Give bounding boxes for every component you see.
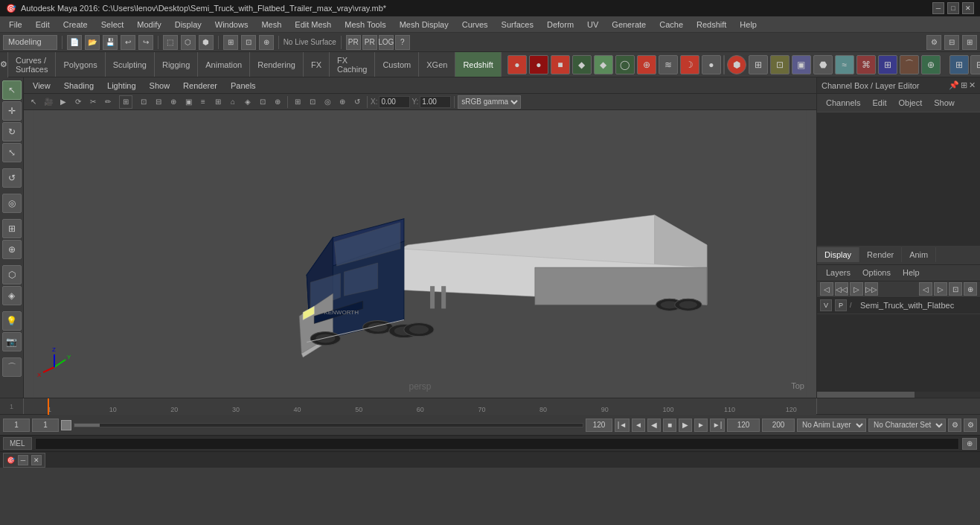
frame-slider[interactable] (74, 423, 583, 427)
shelf-icon-13[interactable]: ⊡ (770, 55, 790, 74)
menu-help[interactable]: Help (734, 19, 763, 31)
stop-btn[interactable]: ■ (663, 419, 676, 432)
vt-btn-3[interactable]: ▶ (57, 95, 70, 109)
shelf-icon-11[interactable]: ⬢ (727, 55, 746, 74)
multi-cut-btn[interactable]: ⊕ (2, 240, 22, 259)
rp-close-btn[interactable]: ✕ (969, 80, 976, 90)
shelf-icon-17[interactable]: ⌘ (856, 55, 876, 74)
vt-btn-22[interactable]: ↺ (350, 95, 364, 109)
vp-menu-renderer[interactable]: Renderer (177, 80, 223, 92)
tab-animation[interactable]: Animation (198, 52, 250, 77)
layer-opt3[interactable]: ⊡ (949, 282, 962, 296)
title-bar-controls[interactable]: ─ □ ✕ (932, 2, 974, 14)
vt-btn-15[interactable]: ◈ (241, 95, 254, 109)
vt-btn-11[interactable]: ▣ (182, 95, 195, 109)
start-frame-input[interactable]: 1 (3, 419, 30, 432)
redo-btn[interactable]: ↪ (138, 35, 153, 50)
shelf-icon-3[interactable]: ■ (551, 55, 570, 74)
vt-btn-18[interactable]: ⊞ (291, 95, 304, 109)
tab-polygons[interactable]: Polygons (56, 52, 105, 77)
shelf-icon-5[interactable]: ◆ (594, 55, 613, 74)
vp-menu-panels[interactable]: Panels (225, 80, 262, 92)
shelf-icon-4[interactable]: ◆ (572, 55, 592, 74)
tab-rendering[interactable]: Rendering (250, 52, 304, 77)
tab-fx[interactable]: FX (304, 52, 330, 77)
vt-btn-13[interactable]: ⊞ (211, 95, 225, 109)
menu-select[interactable]: Select (95, 19, 130, 31)
close-button[interactable]: ✕ (962, 2, 974, 14)
log-btn[interactable]: LOG (379, 35, 394, 50)
character-set-select[interactable]: No Character Set (868, 419, 946, 432)
ipr-btn[interactable]: PR (362, 35, 377, 50)
undo-btn[interactable]: ↩ (121, 35, 135, 50)
snap-curve[interactable]: ⊡ (241, 35, 256, 50)
vp-menu-lighting[interactable]: Lighting (101, 80, 142, 92)
shelf-icon-19[interactable]: ⌒ (900, 55, 919, 74)
shelf-icon-7[interactable]: ⊕ (637, 55, 656, 74)
menu-edit-mesh[interactable]: Edit Mesh (289, 19, 337, 31)
shelf-icon-8[interactable]: ≋ (659, 55, 678, 74)
mel-exec-btn[interactable]: ⊕ (962, 438, 977, 450)
vt-btn-19[interactable]: ⊡ (306, 95, 319, 109)
menu-windows[interactable]: Windows (209, 19, 254, 31)
options-tab[interactable]: Options (858, 267, 895, 279)
help-btn[interactable]: ? (395, 35, 410, 50)
soft-sel-btn[interactable]: ◎ (2, 194, 22, 213)
mini-close-btn[interactable]: ✕ (31, 455, 42, 465)
coord-y-input[interactable] (420, 96, 451, 108)
vt-btn-1[interactable]: ↖ (27, 95, 40, 109)
shelf-settings[interactable]: ⚙ (0, 52, 8, 77)
select-tool-btn[interactable]: ↖ (2, 80, 22, 100)
ch-object[interactable]: Object (894, 97, 926, 109)
shelf-icon-r1[interactable]: ⊞ (949, 55, 969, 74)
shelf-icon-12[interactable]: ⊞ (749, 55, 768, 74)
vt-btn-14[interactable]: ⌂ (226, 95, 240, 109)
menu-mesh-display[interactable]: Mesh Display (394, 19, 455, 31)
menu-edit[interactable]: Edit (30, 19, 56, 31)
menu-modify[interactable]: Modify (131, 19, 167, 31)
playback-end-input[interactable]: 120 (727, 419, 760, 432)
ch-edit[interactable]: Edit (868, 97, 891, 109)
shelf-icon-18[interactable]: ⊞ (878, 55, 897, 74)
shelf-icon-20[interactable]: ⊕ (921, 55, 941, 74)
scale-tool-btn[interactable]: ⤡ (2, 143, 22, 162)
shelf-icon-1[interactable]: ● (507, 55, 527, 74)
layer-v-btn[interactable]: V (820, 299, 832, 311)
maximize-button[interactable]: □ (947, 2, 959, 14)
prev-frame-btn[interactable]: ◄ (632, 419, 645, 432)
menu-curves[interactable]: Curves (456, 19, 494, 31)
rp-tab-render[interactable]: Render (859, 247, 902, 262)
tab-custom[interactable]: Custom (375, 52, 419, 77)
rp-pin-btn[interactable]: 📌 (949, 80, 959, 90)
layer-opt1[interactable]: ◁ (919, 282, 932, 296)
vt-btn-21[interactable]: ⊕ (336, 95, 349, 109)
go-start-btn[interactable]: |◄ (615, 419, 630, 432)
gamma-select[interactable]: sRGB gamma (458, 95, 521, 109)
end-frame-input[interactable]: 120 (586, 419, 612, 432)
current-frame-input[interactable]: 1 (32, 419, 59, 432)
new-scene-btn[interactable]: 📄 (67, 35, 82, 50)
menu-deform[interactable]: Deform (541, 19, 580, 31)
timeline-ruler[interactable]: 1 10 20 30 40 50 60 70 80 90 100 110 120 (48, 398, 816, 415)
menu-redshift[interactable]: Redshift (691, 19, 732, 31)
paint-btn[interactable]: ◈ (2, 286, 22, 305)
tab-sculpting[interactable]: Sculpting (106, 52, 155, 77)
layer-row-1[interactable]: V P / Semi_Truck_with_Flatbec (817, 298, 980, 314)
shelf-icon-10[interactable]: ● (702, 55, 721, 74)
layers-scroll-thumb[interactable] (817, 392, 915, 398)
mini-minimize-btn[interactable]: ─ (18, 455, 28, 465)
vt-btn-8[interactable]: ⊡ (137, 95, 150, 109)
tab-rigging[interactable]: Rigging (155, 52, 198, 77)
shelf-icon-r2[interactable]: ⊟ (970, 55, 980, 74)
vt-btn-2[interactable]: 🎥 (42, 95, 55, 109)
mel-input[interactable] (35, 438, 959, 450)
vt-btn-17[interactable]: ⊕ (271, 95, 284, 109)
vp-menu-show[interactable]: Show (144, 80, 176, 92)
viewport-canvas[interactable]: KENWORTH persp Y X Z Top (24, 110, 816, 398)
rotate-tool-btn[interactable]: ↻ (2, 122, 22, 141)
right-panel-controls[interactable]: 📌 ⊞ ✕ (949, 80, 976, 90)
playback-opts-btn[interactable]: ⚙ (948, 419, 961, 432)
layer-add-btn[interactable]: ◁ (820, 282, 833, 296)
shelf-icon-15[interactable]: ⬣ (813, 55, 833, 74)
layer-p-btn[interactable]: P (835, 299, 847, 311)
